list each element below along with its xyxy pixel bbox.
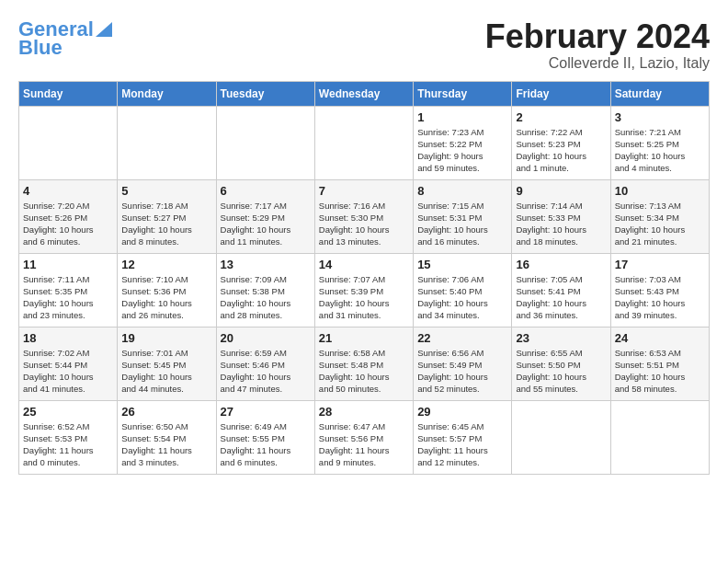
calendar-cell: 2Sunrise: 7:22 AM Sunset: 5:23 PM Daylig… (512, 106, 610, 179)
day-number: 29 (417, 405, 507, 419)
calendar-week-row: 11Sunrise: 7:11 AM Sunset: 5:35 PM Dayli… (19, 253, 710, 327)
day-info: Sunrise: 7:14 AM Sunset: 5:33 PM Dayligh… (516, 200, 606, 248)
day-number: 20 (221, 331, 311, 345)
calendar-cell: 13Sunrise: 7:09 AM Sunset: 5:38 PM Dayli… (216, 253, 314, 327)
day-info: Sunrise: 7:23 AM Sunset: 5:22 PM Dayligh… (417, 126, 507, 175)
calendar-cell: 10Sunrise: 7:13 AM Sunset: 5:34 PM Dayli… (610, 179, 709, 253)
day-info: Sunrise: 6:52 AM Sunset: 5:53 PM Dayligh… (23, 420, 113, 469)
day-info: Sunrise: 6:45 AM Sunset: 5:57 PM Dayligh… (417, 420, 507, 469)
calendar-cell: 29Sunrise: 6:45 AM Sunset: 5:57 PM Dayli… (414, 400, 512, 474)
day-number: 12 (121, 258, 211, 271)
header-day-wednesday: Wednesday (314, 81, 413, 106)
calendar-cell: 14Sunrise: 7:07 AM Sunset: 5:39 PM Dayli… (314, 253, 413, 327)
calendar-cell: 28Sunrise: 6:47 AM Sunset: 5:56 PM Dayli… (314, 400, 413, 474)
day-number: 16 (516, 258, 606, 271)
day-number: 18 (23, 331, 113, 345)
calendar-cell: 22Sunrise: 6:56 AM Sunset: 5:49 PM Dayli… (414, 327, 512, 400)
calendar-cell: 24Sunrise: 6:53 AM Sunset: 5:51 PM Dayli… (610, 327, 709, 400)
day-number: 3 (615, 110, 705, 124)
calendar-cell: 11Sunrise: 7:11 AM Sunset: 5:35 PM Dayli… (19, 253, 118, 327)
day-number: 23 (516, 331, 606, 345)
day-info: Sunrise: 7:05 AM Sunset: 5:41 PM Dayligh… (516, 273, 606, 322)
day-info: Sunrise: 7:01 AM Sunset: 5:45 PM Dayligh… (121, 347, 211, 396)
header-day-tuesday: Tuesday (216, 81, 314, 106)
day-number: 27 (221, 405, 311, 419)
calendar-cell (19, 106, 118, 179)
calendar-cell: 21Sunrise: 6:58 AM Sunset: 5:48 PM Dayli… (314, 327, 413, 400)
day-info: Sunrise: 7:10 AM Sunset: 5:36 PM Dayligh… (121, 273, 211, 322)
day-number: 10 (615, 184, 705, 198)
calendar-cell (314, 106, 413, 179)
calendar-cell (118, 106, 216, 179)
day-info: Sunrise: 6:49 AM Sunset: 5:55 PM Dayligh… (221, 420, 311, 469)
day-number: 6 (221, 184, 311, 198)
calendar-cell: 7Sunrise: 7:16 AM Sunset: 5:30 PM Daylig… (314, 179, 413, 253)
day-number: 13 (221, 258, 311, 271)
day-number: 15 (417, 258, 507, 271)
calendar-cell: 20Sunrise: 6:59 AM Sunset: 5:46 PM Dayli… (216, 327, 314, 400)
day-number: 7 (319, 184, 409, 198)
calendar-cell: 4Sunrise: 7:20 AM Sunset: 5:26 PM Daylig… (19, 179, 118, 253)
calendar-cell: 3Sunrise: 7:21 AM Sunset: 5:25 PM Daylig… (610, 106, 709, 179)
header-day-saturday: Saturday (610, 81, 709, 106)
day-info: Sunrise: 6:47 AM Sunset: 5:56 PM Dayligh… (319, 420, 409, 469)
calendar-cell: 9Sunrise: 7:14 AM Sunset: 5:33 PM Daylig… (512, 179, 610, 253)
day-info: Sunrise: 7:20 AM Sunset: 5:26 PM Dayligh… (23, 200, 113, 248)
calendar-cell: 17Sunrise: 7:03 AM Sunset: 5:43 PM Dayli… (610, 253, 709, 327)
day-info: Sunrise: 6:55 AM Sunset: 5:50 PM Dayligh… (516, 347, 606, 396)
header-day-sunday: Sunday (19, 81, 118, 106)
calendar-cell: 6Sunrise: 7:17 AM Sunset: 5:29 PM Daylig… (216, 179, 314, 253)
day-info: Sunrise: 7:13 AM Sunset: 5:34 PM Dayligh… (615, 200, 705, 248)
calendar-cell (610, 400, 709, 474)
calendar-cell: 15Sunrise: 7:06 AM Sunset: 5:40 PM Dayli… (414, 253, 512, 327)
day-number: 2 (516, 110, 606, 124)
day-info: Sunrise: 7:15 AM Sunset: 5:31 PM Dayligh… (417, 200, 507, 248)
day-info: Sunrise: 6:58 AM Sunset: 5:48 PM Dayligh… (319, 347, 409, 396)
calendar-week-row: 25Sunrise: 6:52 AM Sunset: 5:53 PM Dayli… (19, 400, 710, 474)
calendar-cell (512, 400, 610, 474)
calendar-cell: 16Sunrise: 7:05 AM Sunset: 5:41 PM Dayli… (512, 253, 610, 327)
calendar-cell: 23Sunrise: 6:55 AM Sunset: 5:50 PM Dayli… (512, 327, 610, 400)
calendar-week-row: 18Sunrise: 7:02 AM Sunset: 5:44 PM Dayli… (19, 327, 710, 400)
page-header: General Blue February 2024 Colleverde II… (18, 18, 710, 72)
header-day-thursday: Thursday (414, 81, 512, 106)
day-number: 25 (23, 405, 113, 419)
day-info: Sunrise: 7:22 AM Sunset: 5:23 PM Dayligh… (516, 126, 606, 175)
calendar-cell: 12Sunrise: 7:10 AM Sunset: 5:36 PM Dayli… (118, 253, 216, 327)
logo: General Blue (18, 18, 112, 59)
calendar-cell: 25Sunrise: 6:52 AM Sunset: 5:53 PM Dayli… (19, 400, 118, 474)
day-number: 4 (23, 184, 113, 198)
calendar-header-row: SundayMondayTuesdayWednesdayThursdayFrid… (19, 81, 710, 106)
title-block: February 2024 Colleverde II, Lazio, Ital… (485, 18, 710, 72)
day-number: 28 (319, 405, 409, 419)
day-number: 11 (23, 258, 113, 271)
calendar-table: SundayMondayTuesdayWednesdayThursdayFrid… (18, 81, 710, 475)
calendar-cell: 27Sunrise: 6:49 AM Sunset: 5:55 PM Dayli… (216, 400, 314, 474)
calendar-cell: 26Sunrise: 6:50 AM Sunset: 5:54 PM Dayli… (118, 400, 216, 474)
day-number: 5 (121, 184, 211, 198)
calendar-week-row: 1Sunrise: 7:23 AM Sunset: 5:22 PM Daylig… (19, 106, 710, 179)
header-day-friday: Friday (512, 81, 610, 106)
day-number: 9 (516, 184, 606, 198)
calendar-cell: 18Sunrise: 7:02 AM Sunset: 5:44 PM Dayli… (19, 327, 118, 400)
day-info: Sunrise: 7:09 AM Sunset: 5:38 PM Dayligh… (221, 273, 311, 322)
logo-bird-icon (96, 18, 112, 37)
day-info: Sunrise: 7:07 AM Sunset: 5:39 PM Dayligh… (319, 273, 409, 322)
day-info: Sunrise: 7:21 AM Sunset: 5:25 PM Dayligh… (615, 126, 705, 175)
calendar-cell (216, 106, 314, 179)
day-number: 21 (319, 331, 409, 345)
day-info: Sunrise: 7:03 AM Sunset: 5:43 PM Dayligh… (615, 273, 705, 322)
svg-marker-0 (96, 22, 112, 37)
day-info: Sunrise: 6:56 AM Sunset: 5:49 PM Dayligh… (417, 347, 507, 396)
logo-line2: Blue (18, 37, 63, 59)
day-info: Sunrise: 7:02 AM Sunset: 5:44 PM Dayligh… (23, 347, 113, 396)
day-number: 14 (319, 258, 409, 271)
day-info: Sunrise: 7:11 AM Sunset: 5:35 PM Dayligh… (23, 273, 113, 322)
day-info: Sunrise: 6:50 AM Sunset: 5:54 PM Dayligh… (121, 420, 211, 469)
day-info: Sunrise: 7:17 AM Sunset: 5:29 PM Dayligh… (221, 200, 311, 248)
calendar-cell: 5Sunrise: 7:18 AM Sunset: 5:27 PM Daylig… (118, 179, 216, 253)
day-info: Sunrise: 7:16 AM Sunset: 5:30 PM Dayligh… (319, 200, 409, 248)
day-number: 19 (121, 331, 211, 345)
calendar-cell: 19Sunrise: 7:01 AM Sunset: 5:45 PM Dayli… (118, 327, 216, 400)
day-info: Sunrise: 6:53 AM Sunset: 5:51 PM Dayligh… (615, 347, 705, 396)
